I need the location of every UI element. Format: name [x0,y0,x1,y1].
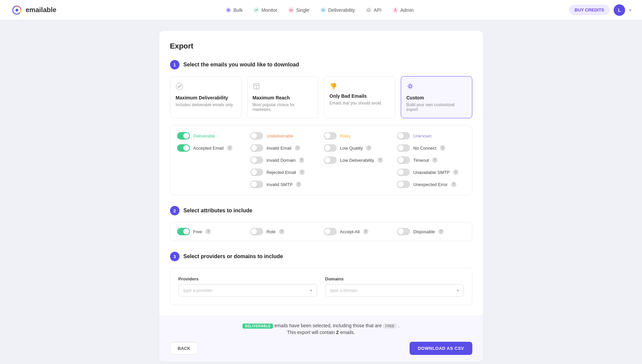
step1-title: Select the emails you would like to down… [184,62,299,68]
toggle-invalid-smtp[interactable] [250,181,263,188]
toggle-label-accept-all: Accept-All [340,229,360,234]
nav-item-monitor[interactable]: Monitor [249,5,282,15]
toggle-risky[interactable] [324,132,337,140]
toggle-timeout[interactable] [397,156,410,164]
preset-custom-icon [407,83,467,92]
toggle-col-deliverable: Deliverable Accepted Email ? [177,132,245,188]
toggle-deliverable[interactable] [177,132,190,140]
toggle-item-invalid-domain: Invalid Domain ? [250,156,318,164]
toggle-accept-all[interactable] [324,228,337,235]
help-icon-invalid-email[interactable]: ? [295,145,300,151]
toggle-role[interactable] [250,228,263,235]
buy-credits-button[interactable]: BUY CREDITS [569,5,610,15]
footer-actions: BACK DOWNLOAD AS CSV [170,342,472,355]
toggle-invalid-email[interactable] [250,144,263,152]
logo[interactable]: emailable [11,4,56,16]
badge-free: FREE [383,324,397,329]
step1-number: 1 [170,60,179,69]
help-icon-low-quality[interactable]: ? [366,145,371,151]
download-button[interactable]: DOWNLOAD AS CSV [410,342,472,355]
avatar-caret-icon[interactable]: ▾ [629,8,631,12]
preset-grid: Maximum Deliverability Includes delivera… [170,76,472,118]
help-icon-invalid-smtp[interactable]: ? [296,182,301,187]
nav-label-monitor: Monitor [261,7,277,13]
toggle-unexpected-error[interactable] [397,181,410,188]
attr-item-disposable: Disposable ? [397,228,465,235]
preset-custom-desc: Build your own customized export. [407,102,467,112]
toggle-disposable[interactable] [397,228,410,235]
help-icon-free[interactable]: ? [205,229,211,234]
help-icon-low-deliverability[interactable]: ? [378,157,383,163]
preset-only-bad-desc: Emails that you should avoid. [330,101,390,105]
toggle-label-unknown: Unknown [413,133,431,139]
toggle-label-rejected-email: Rejected Email [267,170,296,175]
help-icon-invalid-domain[interactable]: ? [299,157,304,163]
nav-item-bulk[interactable]: Bulk [221,5,247,15]
toggle-low-quality[interactable] [324,144,337,152]
help-icon-unavailable-smtp[interactable]: ? [453,170,458,175]
help-icon-unexpected-error[interactable]: ? [451,182,456,187]
toggle-item-risky: Risky [324,132,392,140]
toggle-item-low-quality: Low Quality ? [324,144,392,152]
help-icon-no-connect[interactable]: ? [440,145,445,151]
providers-select[interactable]: type a provider ▾ [178,284,317,297]
toggle-unavailable-smtp[interactable] [397,169,410,176]
step3-header: 3 Select providers or domains to include [170,252,472,261]
toggle-undeliverable[interactable] [250,132,263,140]
toggle-item-unavailable-smtp: Unavailable SMTP ? [397,169,465,176]
summary-line2-prefix: This export will contain [287,330,335,335]
toggle-label-no-connect: No Connect [413,146,437,151]
svg-point-8 [395,9,396,10]
preset-max-deliverability-desc: Includes deliverable emails only. [176,102,236,107]
preset-max-reach[interactable]: Maximum Reach Most popular choice for ma… [247,76,318,118]
toggle-item-unknown: Unknown [397,132,465,140]
back-button[interactable]: BACK [170,342,198,355]
toggle-accepted-email[interactable] [177,144,190,152]
help-icon-rejected-email[interactable]: ? [299,170,305,175]
preset-max-reach-desc: Most popular choice for marketers. [253,102,313,112]
toggle-invalid-domain[interactable] [250,156,263,164]
step2-header: 2 Select attributes to include [170,206,472,215]
svg-text:>_: >_ [368,9,370,11]
help-icon-role[interactable]: ? [279,229,284,234]
nav-item-deliverability[interactable]: Deliverability [315,5,360,15]
nav-item-admin[interactable]: Admin [388,5,419,15]
domains-field: Domains type a domain ▾ [325,276,464,297]
toggle-item-undeliverable: Undeliverable [250,132,318,140]
preset-max-deliverability[interactable]: Maximum Deliverability Includes delivera… [170,76,242,118]
avatar[interactable]: L [614,4,625,16]
toggle-no-connect[interactable] [397,144,410,152]
help-icon-accepted-email[interactable]: ? [227,145,232,151]
toggle-low-deliverability[interactable] [324,156,337,164]
help-icon-timeout[interactable]: ? [432,157,438,163]
main-content: Export 1 Select the emails you would lik… [152,20,490,364]
toggle-item-accepted-email: Accepted Email ? [177,144,245,152]
badge-deliverable: DELIVERABLE [243,324,273,329]
providers-label: Providers [178,276,317,281]
step2-title: Select attributes to include [184,208,252,214]
toggle-label-free: Free [193,229,202,234]
toggle-item-timeout: Timeout ? [397,156,465,164]
nav-item-single[interactable]: Single [283,5,314,15]
svg-point-11 [409,85,411,88]
help-icon-accept-all[interactable]: ? [363,229,368,234]
toggle-label-undeliverable: Undeliverable [267,133,294,139]
preset-only-bad[interactable]: 👎 Only Bad Emails Emails that you should… [324,76,395,118]
toggle-unknown[interactable] [397,132,410,140]
toggle-col-risky: Risky Low Quality ? Low Deliverability ? [324,132,392,188]
preset-only-bad-title: Only Bad Emails [330,93,390,99]
domains-caret-icon: ▾ [457,288,459,293]
preset-custom[interactable]: Custom Build your own customized export. [401,76,472,118]
preset-max-deliverability-icon [176,83,236,92]
attributes-row: Free ? Role ? Accept-All ? Disposable ? [170,222,472,241]
help-icon-disposable[interactable]: ? [438,229,444,234]
toggle-item-no-connect: No Connect ? [397,144,465,152]
nav-item-api[interactable]: >_ API [361,5,386,15]
domains-select[interactable]: type a domain ▾ [325,284,464,297]
toggle-free[interactable] [177,228,190,235]
toggle-rejected-email[interactable] [250,169,263,176]
toggle-label-timeout: Timeout [413,158,429,163]
preset-only-bad-icon: 👎 [330,83,390,90]
summary-text-end: . [398,323,399,328]
toggle-item-deliverable: Deliverable [177,132,245,140]
